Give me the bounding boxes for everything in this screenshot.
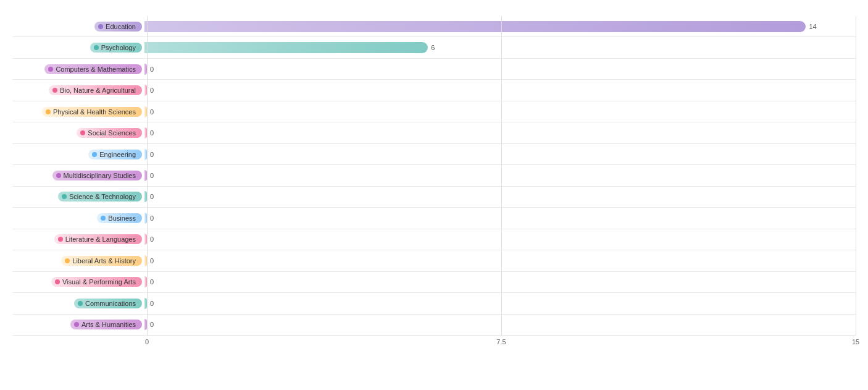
bar-value: 0 [150,87,154,94]
bar-dot-icon [55,279,60,284]
bar-value: 0 [150,321,154,328]
x-axis-tick: 0 [145,338,149,345]
bar-dot-icon [48,67,53,72]
bar-row: Social Sciences0 [12,122,856,143]
bar-label-text: Social Sciences [88,129,136,137]
bar-label-text: Education [106,23,136,30]
bar-label-text: Literature & Languages [65,235,136,243]
bar-value: 0 [150,108,154,116]
bar-value: 0 [150,278,154,286]
bar-label: Social Sciences [12,128,142,138]
bar-dot-icon [94,45,99,50]
bar-dot-icon [62,194,67,199]
bar-value: 0 [150,214,154,222]
bar-row: Bio, Nature & Agricultural0 [12,80,856,101]
bar-value: 0 [150,193,154,200]
bar-label-text: Science & Technology [69,193,136,200]
bar-row: Physical & Health Sciences0 [12,101,856,122]
bar-dot-icon [46,109,51,114]
grid-line [501,16,502,336]
bar-track: 14 [142,16,856,36]
bar-label: Multidisciplinary Studies [12,171,142,180]
bar-label: Visual & Performing Arts [12,277,142,287]
bar-label-text: Business [108,214,136,222]
x-axis-tick: 7.5 [496,338,506,345]
bar-track: 0 [142,229,856,250]
bar-value: 0 [150,151,154,158]
bar-row: Visual & Performing Arts0 [12,272,856,293]
bar-label-text: Physical & Health Sciences [53,108,136,116]
chart-container: Education14Psychology6Computers & Mathem… [0,0,868,390]
bar-label: Engineering [12,150,142,159]
bar-dot-icon [52,88,57,93]
grid-line [147,16,148,336]
bar-row: Engineering0 [12,144,856,165]
bar-label-text: Psychology [101,44,136,51]
bar-label: Psychology [12,43,142,53]
bar-dot-icon [78,301,83,306]
chart-area: Education14Psychology6Computers & Mathem… [12,16,856,338]
bar-value: 0 [150,300,154,307]
bar-dot-icon [56,173,61,178]
bar-track: 0 [142,165,856,185]
bar-fill [144,42,428,53]
bar-label: Education [12,22,142,32]
bar-label: Literature & Languages [12,234,142,244]
bar-row: Psychology6 [12,37,856,58]
bar-dot-icon [92,152,97,157]
x-axis-tick: 15 [852,338,859,345]
bar-dot-icon [65,258,70,263]
bar-label: Business [12,213,142,223]
bar-track: 0 [142,272,856,292]
bar-value: 0 [150,172,154,179]
bar-label-text: Liberal Arts & History [72,257,136,265]
bar-track: 6 [142,37,856,57]
bar-label-text: Visual & Performing Arts [62,278,136,286]
bar-label: Bio, Nature & Agricultural [12,85,142,95]
bar-track: 0 [142,315,856,335]
bar-track: 0 [142,144,856,164]
bar-label: Physical & Health Sciences [12,107,142,117]
bar-label: Computers & Mathematics [12,64,142,74]
bar-dot-icon [98,24,103,29]
bar-value: 14 [809,23,816,30]
bar-track: 0 [142,187,856,207]
bar-label-text: Communications [85,300,136,307]
bar-value: 0 [150,66,154,73]
bar-track: 0 [142,250,856,271]
bar-row: Education14 [12,16,856,37]
bar-row: Communications0 [12,293,856,314]
bar-fill [144,21,806,32]
bar-dot-icon [80,130,85,135]
bar-label: Liberal Arts & History [12,256,142,266]
bars-section: Education14Psychology6Computers & Mathem… [12,16,856,336]
bar-value: 0 [150,235,154,243]
bar-label-text: Bio, Nature & Agricultural [60,87,136,94]
bar-row: Liberal Arts & History0 [12,250,856,271]
bar-value: 6 [431,44,435,51]
bar-row: Arts & Humanities0 [12,315,856,336]
bar-row: Computers & Mathematics0 [12,59,856,80]
bar-track: 0 [142,122,856,143]
bar-label: Communications [12,299,142,308]
bar-label-text: Arts & Humanities [81,321,136,328]
bar-track: 0 [142,293,856,313]
bar-track: 0 [142,208,856,228]
bar-dot-icon [74,322,79,327]
bar-row: Literature & Languages0 [12,229,856,250]
bar-value: 0 [150,257,154,265]
bar-value: 0 [150,129,154,137]
grid-line [856,16,856,336]
bar-dot-icon [58,237,63,242]
bar-track: 0 [142,59,856,79]
bar-track: 0 [142,101,856,122]
bar-row: Multidisciplinary Studies0 [12,165,856,186]
bar-label-text: Engineering [99,151,136,158]
bar-label: Arts & Humanities [12,320,142,329]
bar-track: 0 [142,80,856,100]
bar-row: Business0 [12,208,856,229]
bar-label: Science & Technology [12,192,142,201]
bar-dot-icon [101,216,106,221]
bar-label-text: Multidisciplinary Studies [64,172,136,179]
bar-row: Science & Technology0 [12,187,856,208]
